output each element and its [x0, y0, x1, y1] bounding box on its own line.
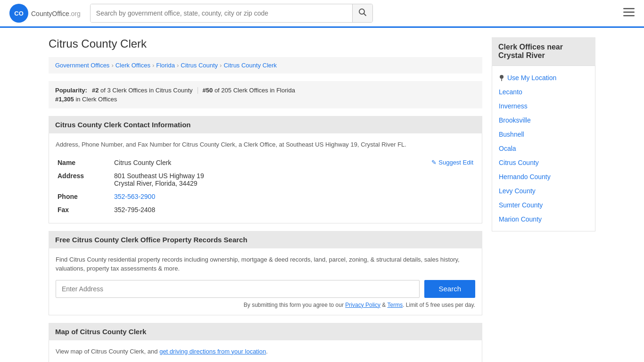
sidebar-link-inverness[interactable]: Inverness	[492, 99, 595, 113]
phone-label: Phone	[56, 190, 112, 203]
contact-section-header: Citrus County Clerk Contact Information	[49, 116, 482, 133]
sidebar-link-brooksville[interactable]: Brooksville	[492, 113, 595, 127]
address-input[interactable]	[56, 280, 420, 298]
contact-description: Address, Phone Number, and Fax Number fo…	[56, 140, 475, 149]
svg-rect-6	[623, 15, 635, 16]
name-label: Name	[56, 156, 112, 169]
map-description: View map of Citrus County Clerk, and get…	[56, 347, 475, 356]
sidebar: Clerk Offices near Crystal River Use My …	[492, 37, 595, 362]
contact-section: Citrus County Clerk Contact Information …	[49, 116, 482, 223]
driving-directions-link[interactable]: get driving directions from your locatio…	[159, 348, 266, 355]
site-header: CO CountyOffice.org	[0, 0, 644, 28]
form-disclaimer: By submitting this form you agree to our…	[56, 302, 475, 308]
sidebar-link-ocala[interactable]: Ocala	[492, 141, 595, 156]
use-my-location[interactable]: Use My Location	[492, 71, 595, 85]
sidebar-header: Clerk Offices near Crystal River	[492, 37, 595, 66]
contact-section-body: Address, Phone Number, and Fax Number fo…	[49, 133, 482, 223]
global-search-input[interactable]	[91, 4, 352, 22]
svg-text:CO: CO	[14, 10, 24, 17]
suggest-edit-icon: ✎	[431, 159, 437, 166]
map-section: Map of Citrus County Clerk View map of C…	[49, 323, 482, 362]
breadcrumb-citrus-county[interactable]: Citrus County	[181, 62, 218, 69]
menu-icon[interactable]	[623, 7, 635, 19]
map-section-header: Map of Citrus County Clerk	[49, 323, 482, 340]
property-section-body: Find Citrus County residential property …	[49, 248, 482, 315]
global-search-button[interactable]	[352, 4, 372, 22]
main-container: Citrus County Clerk Government Offices ›…	[39, 28, 605, 362]
map-section-body: View map of Citrus County Clerk, and get…	[49, 340, 482, 362]
table-row-phone: Phone 352-563-2900	[56, 190, 475, 203]
breadcrumb-gov-offices[interactable]: Government Offices	[55, 62, 109, 69]
popularity-rank1: #2 of 3 Clerk Offices in Citrus County	[92, 87, 193, 94]
breadcrumb-current[interactable]: Citrus County Clerk	[223, 62, 277, 69]
phone-link[interactable]: 352-563-2900	[114, 193, 155, 200]
property-search-button[interactable]: Search	[424, 280, 475, 298]
logo-icon: CO	[9, 4, 28, 23]
popularity-rank3: #1,305 in Clerk Offices	[55, 96, 117, 103]
svg-line-3	[363, 14, 366, 16]
address-label: Address	[56, 169, 112, 190]
sidebar-box: Use My Location Lecanto Inverness Brooks…	[492, 66, 595, 231]
suggest-edit-link[interactable]: ✎ Suggest Edit	[431, 159, 473, 166]
popularity-rank2: #50 of 205 Clerk Offices in Florida	[203, 87, 295, 94]
svg-rect-4	[623, 8, 635, 9]
property-description: Find Citrus County residential property …	[56, 255, 475, 273]
name-value: Citrus County Clerk ✎ Suggest Edit	[112, 156, 475, 169]
property-section: Free Citrus County Clerk Office Property…	[49, 231, 482, 315]
breadcrumb-clerk-offices[interactable]: Clerk Offices	[116, 62, 150, 69]
property-section-header: Free Citrus County Clerk Office Property…	[49, 231, 482, 248]
fax-label: Fax	[56, 203, 112, 216]
sidebar-link-citrus-county[interactable]: Citrus County	[492, 156, 595, 170]
sidebar-link-hernando-county[interactable]: Hernando County	[492, 170, 595, 184]
address-value: 801 Southeast US Highway 19 Crystal Rive…	[112, 169, 475, 190]
property-search-form: Search	[56, 280, 475, 298]
table-row-fax: Fax 352-795-2408	[56, 203, 475, 216]
logo-text: CountyOffice.org	[31, 8, 81, 18]
phone-value: 352-563-2900	[112, 190, 475, 203]
popularity-section: Popularity: #2 of 3 Clerk Offices in Cit…	[49, 81, 482, 108]
terms-link[interactable]: Terms	[387, 302, 403, 308]
contact-table: Name Citrus County Clerk ✎ Suggest Edit …	[56, 156, 475, 216]
sidebar-links: Use My Location Lecanto Inverness Brooks…	[492, 66, 595, 231]
fax-value: 352-795-2408	[112, 203, 475, 216]
page-title: Citrus County Clerk	[49, 37, 482, 50]
content-area: Citrus County Clerk Government Offices ›…	[49, 37, 482, 362]
table-row-address: Address 801 Southeast US Highway 19 Crys…	[56, 169, 475, 190]
sidebar-link-lecanto[interactable]: Lecanto	[492, 85, 595, 99]
sidebar-link-marion-county[interactable]: Marion County	[492, 212, 595, 226]
breadcrumb: Government Offices › Clerk Offices › Flo…	[49, 57, 482, 74]
sidebar-link-sumter-county[interactable]: Sumter County	[492, 198, 595, 212]
table-row-name: Name Citrus County Clerk ✎ Suggest Edit	[56, 156, 475, 169]
privacy-policy-link[interactable]: Privacy Policy	[345, 302, 380, 308]
global-search-bar	[90, 4, 373, 23]
svg-rect-5	[623, 12, 635, 13]
breadcrumb-florida[interactable]: Florida	[156, 62, 175, 69]
popularity-label: Popularity:	[55, 87, 87, 94]
logo-link[interactable]: CO CountyOffice.org	[9, 4, 81, 23]
sidebar-link-levy-county[interactable]: Levy County	[492, 184, 595, 198]
sidebar-link-bushnell[interactable]: Bushnell	[492, 127, 595, 141]
svg-point-7	[500, 75, 504, 79]
